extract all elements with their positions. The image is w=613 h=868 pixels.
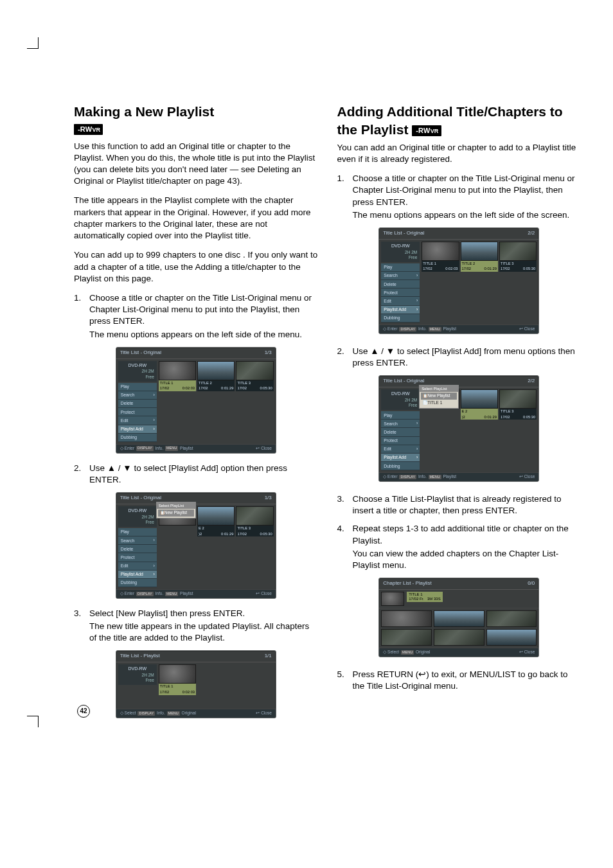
left-section-title: Making a New Playlist [74,103,318,121]
screenshot-r-title-list-original: Title List - Original 2/2 DVD-RW 2H 2M F… [378,227,539,334]
menu-edit[interactable]: Edit [118,416,157,425]
popup-select-playlist-2[interactable]: Select PlayList 📋New Playlist 📄TITLE 1 [419,385,459,409]
thumb-title-3[interactable]: TITLE 3 17/020:05:30 [236,361,273,442]
thumb-title-2[interactable]: TITLE 2 17/020:01:29 [197,361,235,442]
menu-search[interactable]: Search [118,391,157,400]
popup-select-playlist[interactable]: Select PlayList 📋New Playlist [156,502,196,518]
badge-rwvr-left: -RWVR [74,124,103,135]
two-column-layout: Making a New Playlist -RWVR Use this fun… [74,103,581,727]
right-column: Adding Additional Title/Chapters to the … [337,103,582,727]
right-step-1: Choose a title or chapter on the Title L… [337,173,582,221]
left-step-1: Choose a title or chapter on the Title L… [74,292,318,341]
menu-play[interactable]: Play [118,383,157,391]
page-number: 42 [77,705,90,718]
right-step-5: Press RETURN (↩) to exit, or MENU/LIST t… [337,669,582,692]
left-step-3: Select [New Playlist] then press ENTER. … [74,608,318,644]
menu-protect[interactable]: Protect [118,408,157,416]
crop-mark-bl [27,716,39,727]
thumb-title-1[interactable]: TITLE 1 17/020:02:03 [159,361,196,442]
screenshot-chapter-list-playlist: Chapter List - Playlist 0/0 TITLE 1 17/0… [378,578,539,657]
screenshot-title-list-playlist: Title List - Playlist 1/1 DVD-RW 2H 2M F… [116,650,276,718]
left-para-3: You can add up to 999 chapters to one di… [74,249,318,285]
right-section-title: Adding Additional Title/Chapters to the … [337,103,582,139]
left-step-2: Use ▲ / ▼ to select [Playlist Add] optio… [74,463,318,486]
badge-rwvr-right: -RWVR [412,125,441,136]
left-para-2: The title appears in the Playlist comple… [74,195,318,242]
screenshot-r-popup: Title List - Original 2/2 DVD-RW 2H 2M F… [378,375,539,482]
menu-delete[interactable]: Delete [118,400,157,408]
left-column: Making a New Playlist -RWVR Use this fun… [74,103,318,727]
right-para-1: You can add an Original title or chapter… [337,142,582,165]
menu-playlist-add[interactable]: Playlist Add [118,425,157,434]
right-step-4: Repeat steps 1-3 to add additional title… [337,523,582,571]
right-step-2: Use ▲ / ▼ to select [Playlist Add] from … [337,346,582,369]
screenshot-title-list-original-1: Title List - Original 1/3 DVD-RW 2H 2M F… [116,347,276,454]
menu-dubbing[interactable]: Dubbing [118,434,157,442]
right-step-3: Choose a Title List-Playlist that is alr… [337,493,582,517]
crop-mark-tl [27,37,39,49]
left-para-1: Use this function to add an Original tit… [74,141,318,188]
screenshot-select-playlist-popup: Title List - Original 1/3 DVD-RW 2H 2M F… [116,492,276,599]
thumb-title-1-playlist[interactable]: TITLE 1 17/020:02:03 [159,664,196,707]
